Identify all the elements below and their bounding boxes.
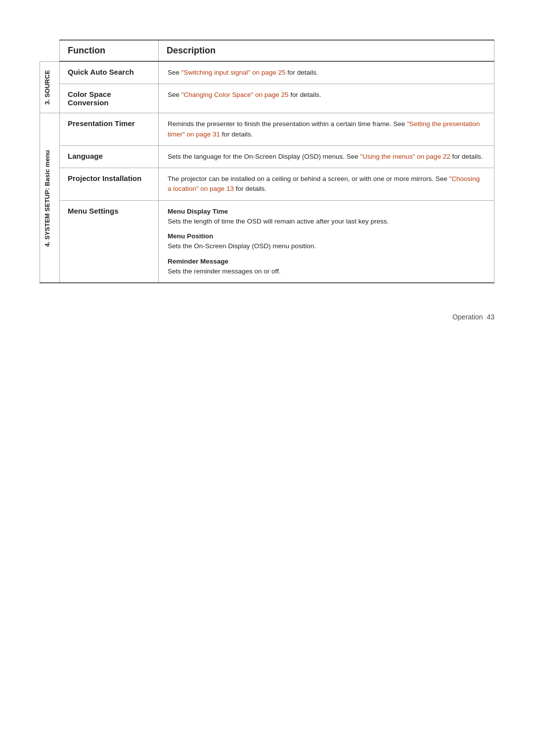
main-table: Function Description 3. SOURCEQuick Auto… [40, 40, 494, 283]
table-row: Projector InstallationThe projector can … [40, 168, 494, 201]
function-cell: Projector Installation [60, 168, 159, 201]
table-row: Color Space ConversionSee "Changing Colo… [40, 84, 494, 113]
description-link[interactable]: "Using the menus" on page 22 [360, 153, 450, 160]
description-link[interactable]: "Switching input signal" on page 25 [181, 69, 286, 76]
table-row: 4. SYSTEM SETUP: Basic menuPresentation … [40, 113, 494, 146]
function-header: Function [60, 40, 159, 61]
footer-label: Operation [452, 313, 483, 321]
table-header-row: Function Description [40, 40, 494, 61]
description-cell: Sets the language for the On-Screen Disp… [159, 145, 494, 168]
block-title: Menu Display Time [168, 208, 228, 215]
description-cell: The projector can be installed on a ceil… [159, 168, 494, 201]
function-cell: Quick Auto Search [60, 61, 159, 84]
description-header: Description [159, 40, 494, 61]
sidebar-cell: 4. SYSTEM SETUP: Basic menu [40, 113, 60, 283]
description-cell: See "Changing Color Space" on page 25 fo… [159, 84, 494, 113]
sidebar-cell: 3. SOURCE [40, 61, 60, 113]
description-link[interactable]: "Changing Color Space" on page 25 [181, 91, 289, 98]
description-link[interactable]: "Setting the presentation timer" on page… [168, 120, 480, 137]
table-row: Menu SettingsMenu Display TimeSets the l… [40, 200, 494, 283]
description-link[interactable]: "Choosing a location" on page 13 [168, 175, 480, 192]
description-cell: Menu Display TimeSets the length of time… [159, 200, 494, 283]
block-title: Reminder Message [168, 258, 228, 265]
table-row: 3. SOURCEQuick Auto SearchSee "Switching… [40, 61, 494, 84]
function-cell: Language [60, 145, 159, 168]
block-title: Menu Position [168, 232, 213, 240]
description-cell: See "Switching input signal" on page 25 … [159, 61, 494, 84]
description-block: Menu PositionSets the On-Screen Display … [168, 231, 485, 252]
function-cell: Presentation Timer [60, 113, 159, 146]
function-cell: Color Space Conversion [60, 84, 159, 113]
description-block: Menu Display TimeSets the length of time… [168, 207, 485, 227]
footer-page: 43 [487, 313, 494, 321]
description-block: Reminder MessageSets the reminder messag… [168, 257, 485, 277]
function-cell: Menu Settings [60, 200, 159, 283]
page-footer: Operation 43 [40, 313, 494, 321]
page-container: Function Description 3. SOURCEQuick Auto… [40, 40, 494, 321]
table-row: LanguageSets the language for the On-Scr… [40, 145, 494, 168]
description-cell: Reminds the presenter to finish the pres… [159, 113, 494, 146]
